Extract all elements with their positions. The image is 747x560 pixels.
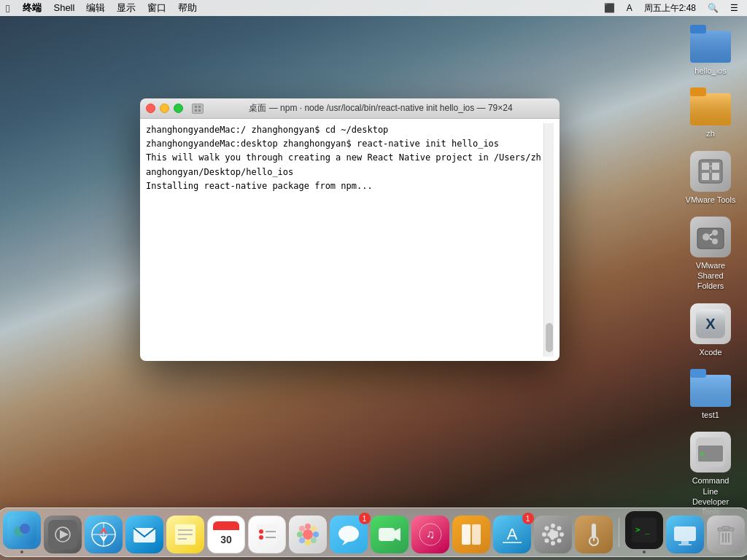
menubar-edit[interactable]: 编辑 <box>80 0 111 16</box>
svg-point-83 <box>557 539 561 543</box>
svg-rect-92 <box>681 541 689 544</box>
desktop-icon-hello-ios[interactable]: hello_ios <box>681 22 740 79</box>
svg-point-34 <box>20 524 30 534</box>
dock-item-launchpad[interactable] <box>44 516 82 553</box>
svg-rect-68 <box>379 528 395 541</box>
svg-point-62 <box>299 526 305 532</box>
finder-icon <box>3 511 41 549</box>
svg-rect-23 <box>690 375 731 407</box>
dock-item-reminders[interactable] <box>248 516 286 553</box>
dock-item-mail[interactable] <box>125 516 163 553</box>
svg-point-78 <box>551 524 555 528</box>
facetime-icon <box>371 516 409 553</box>
dock-item-terminal[interactable]: > _ <box>625 511 663 553</box>
menubar:  终端 Shell 编辑 显示 窗口 帮助 ⬛ A 周五上午2:48 🔍 ☰ <box>0 0 747 16</box>
mail-icon <box>125 516 163 553</box>
svg-text:30: 30 <box>220 534 232 545</box>
desktop-icon-xcode[interactable]: X Xcode <box>681 300 740 360</box>
menubar-terminal[interactable]: 终端 <box>17 0 47 16</box>
safari-icon <box>85 516 123 553</box>
dock-item-facetime[interactable] <box>371 516 409 553</box>
dock-item-notes[interactable] <box>166 516 204 553</box>
dock-item-ibooks[interactable] <box>452 516 490 553</box>
desktop-icon-vmware-tools[interactable]: VMware Tools <box>681 148 740 208</box>
terminal-title: 桌面 — npm · node /usr/local/bin/react-nat… <box>208 102 554 114</box>
datetime: 周五上午2:48 <box>641 2 699 15</box>
svg-rect-28 <box>195 106 197 108</box>
menubar-window[interactable]: 窗口 <box>142 0 172 16</box>
dock-item-trash[interactable] <box>707 516 745 553</box>
dock-item-messages[interactable]: 1 <box>330 516 368 553</box>
svg-rect-52 <box>257 524 277 545</box>
terminal-dot <box>643 551 646 553</box>
dock-item-instruments[interactable] <box>575 516 613 553</box>
desktop-icon-vmware-shared[interactable]: VMware SharedFolders <box>681 214 740 295</box>
dock-item-itunes[interactable]: ♫ <box>411 516 449 553</box>
svg-text:♫: ♫ <box>426 528 435 540</box>
desktop-icon-test1[interactable]: test1 <box>681 366 740 423</box>
desktop-icon-zh[interactable]: zh <box>681 85 740 141</box>
maximize-button[interactable] <box>174 104 183 113</box>
dock-item-appstore[interactable]: A 1 <box>493 516 531 553</box>
dock-divider <box>619 518 619 547</box>
menubar-display[interactable]: 显示 <box>111 0 142 16</box>
svg-rect-96 <box>722 526 729 529</box>
svg-rect-93 <box>678 544 692 545</box>
icon-label-test1: test1 <box>702 410 719 420</box>
svg-rect-4 <box>690 93 731 125</box>
icon-label-xcode: Xcode <box>699 347 721 357</box>
ibooks-icon <box>452 516 490 553</box>
svg-rect-5 <box>690 88 706 96</box>
svg-point-61 <box>313 532 319 537</box>
svg-marker-69 <box>395 528 400 541</box>
terminal-body[interactable]: zhanghongyandeMac:/ zhanghongyan$ cd ~/d… <box>140 119 560 361</box>
svg-text:> _: > _ <box>635 525 650 534</box>
launchpad-icon <box>44 516 82 553</box>
user-icon[interactable]: A <box>624 3 635 13</box>
search-icon[interactable]: 🔍 <box>705 3 721 13</box>
svg-rect-72 <box>462 524 471 545</box>
svg-rect-29 <box>198 106 201 108</box>
svg-rect-50 <box>213 526 239 530</box>
notes-icon <box>166 516 204 553</box>
dock-item-safari[interactable] <box>85 516 123 553</box>
display-icon[interactable]: ⬛ <box>601 3 618 13</box>
svg-point-64 <box>299 537 305 543</box>
photos-icon <box>289 516 327 553</box>
dock-inner: 30 <box>0 508 747 557</box>
menubar-help[interactable]: 帮助 <box>172 0 203 16</box>
menubar-shell[interactable]: Shell <box>47 0 80 16</box>
syspref-icon <box>534 516 572 553</box>
dock-item-syspref[interactable] <box>534 516 572 553</box>
svg-point-65 <box>311 537 317 543</box>
menu-icon[interactable]: ☰ <box>727 3 741 13</box>
apple-menu[interactable]:  <box>6 2 9 15</box>
mirror-icon <box>666 516 704 553</box>
calendar-icon: 30 <box>207 516 245 553</box>
terminal-window: 桌面 — npm · node /usr/local/bin/react-nat… <box>140 98 560 361</box>
terminal-scrollbar[interactable] <box>543 123 554 357</box>
svg-rect-73 <box>472 524 481 545</box>
svg-point-58 <box>305 524 311 529</box>
svg-rect-7 <box>702 163 709 170</box>
itunes-icon: ♫ <box>411 516 449 553</box>
dock-item-photos[interactable] <box>289 516 327 553</box>
dock-item-calendar[interactable]: 30 <box>207 516 245 553</box>
minimize-button[interactable] <box>160 104 169 113</box>
menubar-right: ⬛ A 周五上午2:48 🔍 ☰ <box>601 2 741 15</box>
svg-point-79 <box>551 541 555 545</box>
appstore-badge: 1 <box>522 513 534 524</box>
svg-point-16 <box>712 238 718 244</box>
svg-point-66 <box>338 526 359 542</box>
dock-item-mirror[interactable] <box>666 516 704 553</box>
svg-rect-91 <box>674 526 696 541</box>
dock: 30 <box>0 503 747 560</box>
close-button[interactable] <box>146 104 155 113</box>
window-icon[interactable] <box>192 104 204 114</box>
svg-marker-67 <box>342 540 351 545</box>
dock-item-finder[interactable] <box>3 511 41 553</box>
svg-rect-31 <box>198 109 201 112</box>
svg-point-63 <box>311 526 317 532</box>
scrollbar-thumb[interactable] <box>546 323 553 352</box>
trash-icon <box>707 516 745 553</box>
